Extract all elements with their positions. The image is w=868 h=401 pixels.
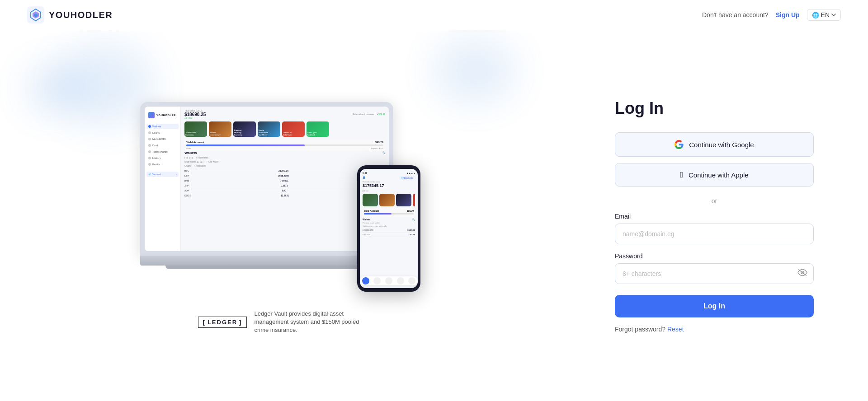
lang-label: EN	[821, 11, 830, 19]
content-card-2: Marketcommentary	[209, 121, 231, 137]
sidebar-wallets: Wallets	[146, 124, 179, 129]
toggle-password-icon[interactable]	[797, 269, 807, 279]
sidebar-dual: Dual	[146, 143, 179, 148]
decorative-blob-3	[27, 66, 81, 112]
header: YOUHODLER Don't have an account? Sign Up…	[0, 0, 868, 30]
header-right: Don't have an account? Sign Up 🌐 EN	[702, 9, 841, 21]
yield-header: Yield Account	[186, 141, 204, 144]
mobile-screen: 9:41 ▲▲▲ ● 👤 💎 Diamond Referral and bonu…	[360, 169, 418, 288]
app-icon-small	[148, 112, 155, 118]
add-wallet-btn: + Add wallet	[196, 156, 208, 159]
wallet-row: ETH 1658.4950 +12.02%	[184, 173, 385, 178]
sidebar-dot	[148, 163, 151, 166]
yield-bar-fill	[186, 145, 305, 146]
password-wrapper	[615, 263, 814, 284]
mobile-nav	[360, 276, 418, 285]
wallet-filter-row: Flat ●●● + Add wallet	[184, 156, 385, 159]
crypto-row: Crypto + Add wallet	[184, 164, 385, 167]
mobile-total-value: $175345.17	[363, 183, 415, 188]
sign-up-link[interactable]: Sign Up	[776, 11, 800, 19]
apple-login-button[interactable]:  Continue with Apple	[615, 163, 814, 187]
mobile-profile: 👤	[363, 176, 365, 180]
wallet-row: BNB 74.0591 -3.64%	[184, 178, 385, 183]
google-login-button[interactable]: Continue with Google	[615, 132, 814, 157]
main-layout: YOUHODLER Wallets Loans	[0, 30, 868, 401]
wallet-row: BTC 21,873.36 +13.77%	[184, 168, 385, 173]
email-label: Email	[615, 213, 814, 220]
no-account-text: Don't have an account?	[702, 11, 769, 19]
sidebar-dot	[148, 131, 151, 134]
mobile-search-icon: 🔍	[412, 218, 415, 221]
google-btn-label: Continue with Google	[689, 141, 754, 149]
content-card-4: Howtosurvive theCold fever	[258, 121, 280, 137]
app-logo-small: YOUHODLER	[146, 110, 179, 120]
password-label: Password	[615, 252, 814, 260]
sidebar-turbo: Turbocharge	[146, 149, 179, 154]
ledger-logo: [ LEDGER ]	[198, 317, 247, 328]
mobile-wallet-row: 0.25 ETH 1497.94	[363, 233, 415, 237]
ledger-section: [ LEDGER ] Ledger Vault provides digital…	[198, 310, 363, 335]
nav-wallets	[362, 277, 369, 284]
mobile-wallet-stable: Stablecoins ●●●● + add wallet	[363, 225, 415, 227]
mobile-yield-val: $98.79	[407, 210, 414, 212]
email-input[interactable]	[615, 224, 814, 244]
password-input[interactable]	[615, 263, 814, 284]
mobile-time: 9:41	[363, 172, 367, 174]
yield-value: $98.79	[375, 141, 383, 145]
filter-crypto: Crypto	[184, 164, 191, 167]
or-divider: or	[615, 197, 814, 205]
login-btn-label: Log In	[703, 302, 725, 310]
add-stablecoin-btn: + Add wallet	[206, 160, 218, 163]
referral-value: +$29.41	[377, 113, 385, 116]
reset-link[interactable]: Reset	[667, 326, 684, 333]
chevron-down-icon	[831, 14, 836, 16]
mobile-yield-bar-fill	[364, 213, 392, 214]
mobile-wallets-title: Wallets	[363, 218, 370, 221]
login-button[interactable]: Log In	[615, 295, 814, 317]
filter-flat: Flat ●●●	[184, 156, 193, 159]
device-wrapper: YOUHODLER Wallets Loans	[140, 102, 420, 296]
mobile-yield-label: Yield Account	[364, 210, 379, 212]
wallets-search: 🔍	[382, 151, 385, 154]
content-cards: Jackson-mol.Summary Marketcommentary Por…	[184, 121, 385, 137]
content-card-1: Jackson-mol.Summary	[184, 121, 207, 137]
wallet-row: ADA 9.47 -3.87%	[184, 188, 385, 193]
mobile-wallet-filter: Flat ●●● + add wallet	[363, 222, 415, 224]
decorative-blob-2	[434, 39, 515, 103]
left-side: YOUHODLER Wallets Loans	[0, 30, 561, 401]
sidebar-dot	[148, 150, 151, 153]
content-card-3: PortfolioMorningSummary	[233, 121, 256, 137]
mobile-wallet-row: 0.57091 BTC 36405.76	[363, 228, 415, 233]
laptop-app: YOUHODLER Wallets Loans	[145, 107, 389, 251]
total-value: $18690.25	[184, 112, 206, 117]
mobile-card-1	[363, 194, 378, 206]
mobile-diamond: 💎 Diamond	[399, 176, 415, 180]
forgot-password-text: Forgot password? Reset	[615, 326, 814, 333]
wallet-row: DOGE 12.2831 -12.79%	[184, 193, 385, 198]
sidebar-dot	[148, 144, 151, 147]
sidebar-history: History	[146, 155, 179, 161]
google-icon	[675, 140, 684, 149]
mobile-referral-btn: ▶ Enter	[363, 190, 415, 192]
crypto-list: BTC 21,873.36 +13.77% ETH 1658.4950 +12.…	[184, 168, 385, 198]
sidebar-dot	[148, 125, 151, 128]
wallet-row: XRP 0.3871 -1.87%	[184, 183, 385, 188]
app-logo-text-small: YOUHODLER	[156, 114, 176, 117]
diamond-badge: 💎Diamond ›	[146, 172, 179, 177]
ledger-description: Ledger Vault provides digital asset mana…	[254, 310, 363, 335]
filter-stablecoins: Stablecoins ●●●●●	[184, 160, 203, 163]
stablecoins-row: Stablecoins ●●●●● + Add wallet	[184, 160, 385, 163]
laptop-base	[140, 256, 393, 266]
apple-btn-label: Continue with Apple	[689, 171, 749, 179]
change-value: +1.51%	[184, 117, 206, 120]
nav-profile	[408, 277, 415, 284]
sidebar-profile: Profile	[146, 162, 179, 167]
nav-history	[385, 277, 392, 284]
app-header-bar: Total value (USD): $18690.25 +1.51% Refe…	[184, 109, 385, 120]
yield-bar	[186, 145, 383, 146]
nav-settings	[397, 277, 404, 284]
ledger-bracket-open: [	[203, 319, 206, 326]
svg-text:🌐: 🌐	[812, 11, 819, 19]
lang-selector[interactable]: 🌐 EN	[807, 9, 841, 21]
app-sidebar: YOUHODLER Wallets Loans	[145, 107, 181, 251]
